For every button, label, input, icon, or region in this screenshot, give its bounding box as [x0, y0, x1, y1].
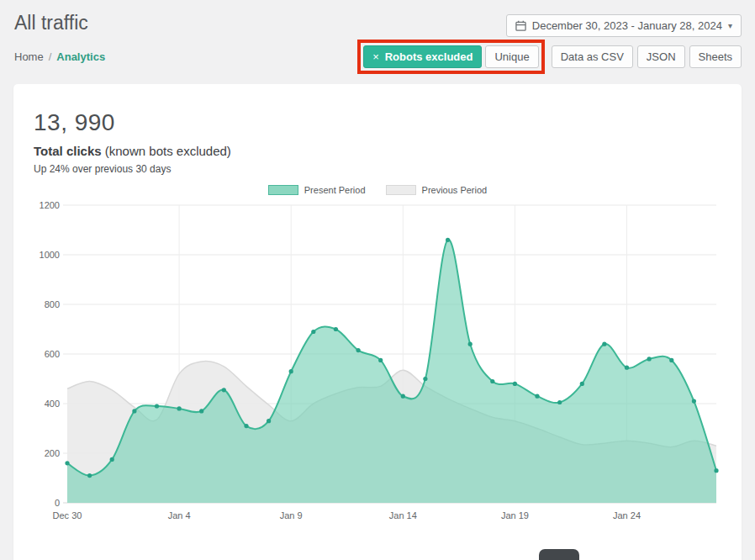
legend-item-present: Present Period — [268, 185, 366, 195]
breadcrumb-home-link[interactable]: Home — [14, 50, 44, 63]
svg-text:Jan 9: Jan 9 — [280, 510, 303, 520]
metric-note: (known bots excluded) — [105, 144, 231, 158]
svg-text:Jan 24: Jan 24 — [613, 510, 641, 520]
data-as-csv-button[interactable]: Data as CSV — [552, 45, 633, 68]
metric-label-line: Total clicks (known bots excluded) — [34, 144, 721, 158]
breadcrumb: Home/Analytics — [14, 50, 105, 63]
svg-text:200: 200 — [45, 448, 60, 458]
remove-filter-icon[interactable]: × — [372, 50, 379, 63]
svg-text:1200: 1200 — [40, 200, 60, 210]
svg-text:400: 400 — [45, 399, 60, 409]
svg-text:Jan 19: Jan 19 — [501, 510, 529, 520]
previous-period-label: Previous Period — [422, 185, 488, 195]
metric-label: Total clicks — [34, 144, 102, 158]
legend-item-previous: Previous Period — [386, 185, 488, 195]
annotation-highlight-box: × Robots excluded Unique — [357, 40, 545, 74]
unique-filter-button[interactable]: Unique — [485, 45, 538, 68]
toolbar-filter-row: × Robots excluded Unique Data as CSV JSO… — [357, 40, 742, 74]
bottom-overlay-widget[interactable] — [539, 549, 579, 560]
svg-text:Dec 30: Dec 30 — [53, 510, 82, 520]
svg-text:800: 800 — [45, 299, 60, 309]
calendar-icon — [515, 20, 526, 31]
svg-text:Jan 14: Jan 14 — [389, 510, 417, 520]
previous-period-swatch — [386, 185, 416, 195]
robots-excluded-label: Robots excluded — [385, 50, 473, 63]
traffic-area-chart[interactable]: 020040060080010001200Dec 30Jan 4Jan 9Jan… — [34, 198, 721, 528]
comparison-text: Up 24% over previous 30 days — [34, 163, 721, 175]
svg-text:0: 0 — [55, 498, 60, 508]
svg-text:1000: 1000 — [40, 250, 60, 260]
present-period-label: Present Period — [304, 185, 366, 195]
page-title: All traffic — [14, 12, 88, 34]
breadcrumb-analytics-link[interactable]: Analytics — [56, 50, 105, 63]
date-range-picker[interactable]: December 30, 2023 - January 28, 2024 ▾ — [506, 14, 742, 37]
sheets-export-button[interactable]: Sheets — [689, 45, 742, 68]
json-export-button[interactable]: JSON — [637, 45, 685, 68]
present-period-swatch — [268, 185, 298, 195]
chart-legend: Present Period Previous Period — [34, 185, 721, 195]
date-range-label: December 30, 2023 - January 28, 2024 — [532, 19, 722, 32]
total-clicks-value: 13, 990 — [34, 109, 721, 136]
svg-text:600: 600 — [45, 349, 60, 359]
breadcrumb-separator: / — [49, 50, 52, 63]
caret-down-icon: ▾ — [728, 21, 732, 30]
analytics-page: All traffic Home/Analytics December 30, … — [0, 0, 755, 560]
traffic-chart-card: 13, 990 Total clicks (known bots exclude… — [13, 84, 742, 560]
robots-excluded-filter-button[interactable]: × Robots excluded — [363, 45, 482, 68]
export-button-group: Data as CSV JSON Sheets — [552, 45, 742, 68]
svg-text:Jan 4: Jan 4 — [168, 510, 191, 520]
